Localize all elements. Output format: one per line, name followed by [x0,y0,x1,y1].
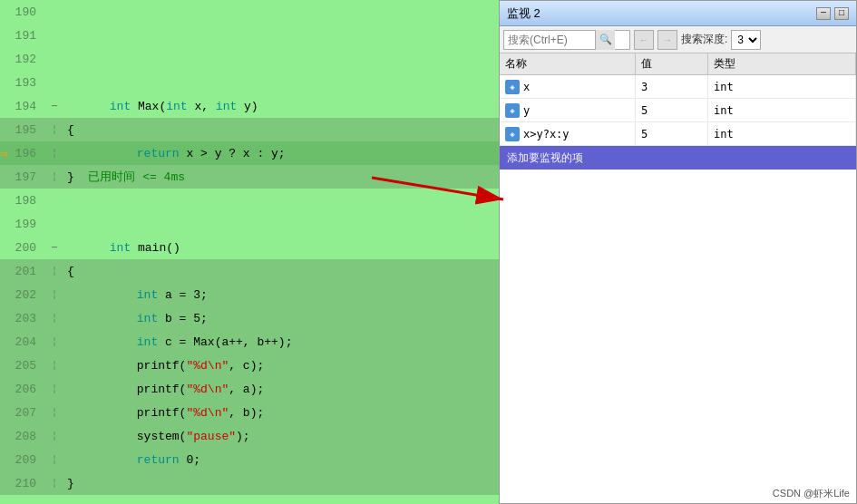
kw-int-200: int [110,241,131,255]
var-name-y: y [523,104,530,117]
line-gutter-207: ¦ [45,408,63,418]
minimize-button[interactable]: ─ [816,7,831,20]
line-gutter-209: ¦ [45,455,63,465]
line-gutter-208: ¦ [45,431,63,441]
code-line-192: 192 [0,47,499,71]
depth-select[interactable]: 3 1 2 4 5 [731,30,761,50]
line-content-210: } [63,477,499,490]
watch-table: 名称 值 类型 ◈ x 3 int ◈ y 5 int ◈ x>y [500,53,856,503]
line-gutter-205: ¦ [45,361,63,371]
line-num-200: 200 [0,241,45,255]
watch-panel: 监视 2 ─ □ 🔍 ← → 搜索深度: 3 1 2 4 5 名称 值 类型 [499,0,857,504]
bar-197: ¦ [52,172,57,182]
line-gutter-203: ¦ [45,314,63,324]
search-input[interactable] [504,31,595,49]
line-gutter-200: ─ [45,243,63,253]
code-line-190: 190 [0,0,499,24]
var-name-expr: x>y?x:y [523,128,570,141]
line-num-199: 199 [0,218,45,231]
var-name-x: x [523,81,530,93]
line-gutter-206: ¦ [45,384,63,394]
line-num-190: 190 [0,5,45,19]
line-gutter-201: ¦ [45,267,63,276]
line-content-196: return x > y ? x : y; [63,133,499,174]
collapse-icon-194[interactable]: ─ [52,102,57,111]
line-num-193: 193 [0,76,45,90]
search-icon-button[interactable]: 🔍 [595,30,615,50]
search-icon: 🔍 [599,34,612,45]
collapse-icon-200[interactable]: ─ [52,243,57,253]
line-num-197: 197 [0,170,45,184]
var-icon-expr: ◈ [505,127,520,141]
line-num-194: 194 [0,100,45,113]
add-watch-row[interactable]: 添加要监视的项 [500,146,856,170]
table-row-expr[interactable]: ◈ x>y?x:y 5 int [500,122,856,146]
td-value-expr: 5 [636,122,708,145]
code-line-196: ⇒ 196 ¦ return x > y ? x : y; [0,141,499,165]
line-num-205: 205 [0,359,45,373]
line-num-195: 195 [0,123,45,137]
var-icon-y: ◈ [505,103,520,118]
table-header: 名称 值 类型 [500,53,856,75]
table-row-x[interactable]: ◈ x 3 int [500,75,856,99]
add-watch-label: 添加要监视的项 [500,150,590,166]
line-num-202: 202 [0,288,45,302]
line-num-206: 206 [0,383,45,396]
line-num-198: 198 [0,194,45,208]
code-line-191: 191 [0,24,499,47]
depth-label: 搜索深度: [681,32,727,47]
bar-195: ¦ [52,125,57,135]
th-name: 名称 [500,53,636,74]
code-line-194: 194 ─ int Max(int x, int y) [0,94,499,118]
line-num-192: 192 [0,53,45,66]
kw-return: return [137,147,180,160]
th-value: 值 [636,53,708,74]
line-content-200: int main() [63,228,499,268]
watermark: CSDN @虾米Life [773,487,850,500]
code-line-200: 200 ─ int main() [0,236,499,259]
td-name-expr: ◈ x>y?x:y [500,122,636,145]
td-type-y: int [708,99,856,121]
th-type: 类型 [708,53,856,74]
line-num-201: 201 [0,265,45,278]
td-name-x: ◈ x [500,75,636,98]
code-editor: 190 191 192 193 194 ─ int Max(int x, int… [0,0,499,504]
td-value-y: 5 [636,99,708,121]
kw-int-194: int [110,100,131,113]
watch-toolbar: 🔍 ← → 搜索深度: 3 1 2 4 5 [500,26,856,53]
table-row-y[interactable]: ◈ y 5 int [500,99,856,122]
td-value-x: 3 [636,75,708,98]
nav-prev-button[interactable]: ← [634,30,654,50]
title-controls: ─ □ [816,7,849,20]
line-gutter-194: ─ [45,102,63,111]
code-line-209: 209 ¦ return 0; [0,448,499,471]
line-num-208: 208 [0,430,45,443]
td-type-expr: int [708,122,856,145]
line-num-204: 204 [0,335,45,349]
line-num-210: 210 [0,477,45,490]
search-box: 🔍 [503,30,630,50]
td-name-y: ◈ y [500,99,636,121]
line-num-191: 191 [0,29,45,43]
line-content-209: return 0; [63,440,499,480]
line-num-209: 209 [0,453,45,467]
line-gutter-196: ¦ [45,149,63,159]
nav-next-button[interactable]: → [657,30,677,50]
bar-196: ¦ [52,149,57,159]
watch-title: 监视 2 [507,5,540,22]
line-num-203: 203 [0,312,45,325]
close-button[interactable]: □ [834,7,849,20]
line-gutter-195: ¦ [45,125,63,135]
line-gutter-204: ¦ [45,337,63,347]
line-content-194: int Max(int x, int y) [63,86,499,127]
line-num-207: 207 [0,406,45,420]
td-type-x: int [708,75,856,98]
execution-arrow: ⇒ [0,143,8,163]
line-gutter-202: ¦ [45,290,63,300]
code-line-198: 198 [0,189,499,212]
var-icon-x: ◈ [505,80,520,94]
line-gutter-197: ¦ [45,172,63,182]
watch-title-bar: 监视 2 ─ □ [500,1,856,26]
line-gutter-210: ¦ [45,479,63,489]
